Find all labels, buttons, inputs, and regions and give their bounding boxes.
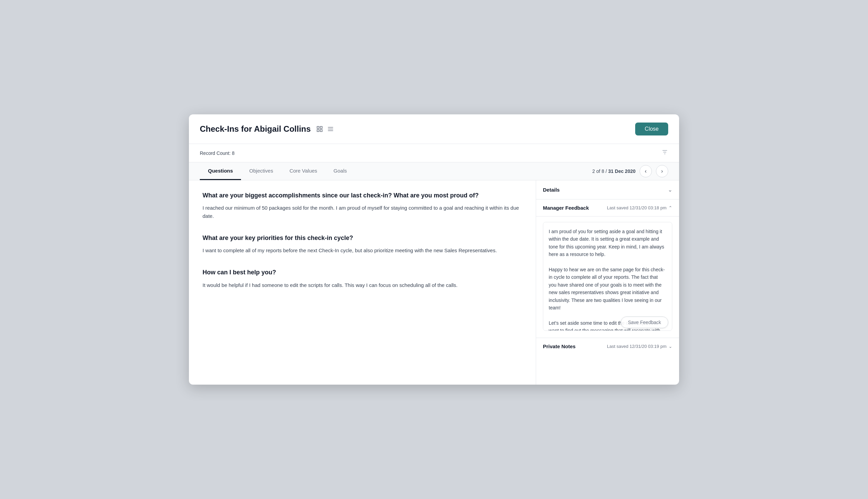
record-count-label: Record Count: 8 — [200, 150, 234, 156]
question-block-3: How can I best help you? It would be hel… — [203, 268, 522, 289]
svg-rect-0 — [317, 126, 319, 129]
details-chevron-icon: ⌄ — [668, 186, 672, 193]
list-view-icon[interactable] — [327, 125, 334, 132]
manager-feedback-last-saved: Last saved 12/31/20 03:18 pm ⌃ — [607, 205, 672, 210]
pagination-next-button[interactable]: › — [656, 165, 668, 177]
manager-feedback-textarea[interactable] — [543, 222, 672, 331]
feedback-textarea-wrapper: Save Feedback — [536, 217, 679, 338]
tabs-bar: Questions Objectives Core Values Goals 2… — [189, 162, 679, 180]
question-title-3: How can I best help you? — [203, 268, 522, 277]
question-title-2: What are your key priorities for this ch… — [203, 234, 522, 242]
svg-rect-1 — [320, 126, 322, 129]
header-icons — [316, 125, 334, 132]
left-panel: What are your biggest accomplishments si… — [189, 180, 536, 385]
tabs-list: Questions Objectives Core Values Goals — [200, 162, 355, 180]
header-left: Check-Ins for Abigail Collins — [200, 124, 334, 134]
record-bar: Record Count: 8 — [189, 144, 679, 162]
manager-feedback-chevron-icon: ⌃ — [669, 205, 672, 210]
question-title-1: What are your biggest accomplishments si… — [203, 191, 522, 200]
main-content: What are your biggest accomplishments si… — [189, 180, 679, 385]
grid-view-icon[interactable] — [316, 125, 323, 132]
manager-feedback-header[interactable]: Manager Feedback Last saved 12/31/20 03:… — [536, 199, 679, 217]
details-section: Details ⌄ — [536, 180, 679, 199]
modal-container: Check-Ins for Abigail Collins Cl — [189, 114, 679, 385]
close-button[interactable]: Close — [635, 123, 668, 135]
save-feedback-button[interactable]: Save Feedback — [621, 317, 668, 328]
tab-core-values[interactable]: Core Values — [281, 162, 325, 180]
pagination: 2 of 8 / 31 Dec 2020 ‹ › — [592, 165, 668, 177]
manager-feedback-title: Manager Feedback — [543, 205, 589, 211]
question-answer-2: I want to complete all of my reports bef… — [203, 246, 522, 255]
private-notes-last-saved: Last saved 12/31/20 03:19 pm ⌄ — [607, 344, 672, 349]
right-panel: Details ⌄ Manager Feedback Last saved 12… — [536, 180, 679, 385]
private-notes-chevron-icon: ⌄ — [669, 344, 672, 349]
question-block-2: What are your key priorities for this ch… — [203, 234, 522, 255]
filter-icon[interactable] — [661, 149, 668, 157]
question-answer-3: It would be helpful if I had someone to … — [203, 281, 522, 289]
modal-title: Check-Ins for Abigail Collins — [200, 124, 311, 134]
question-block-1: What are your biggest accomplishments si… — [203, 191, 522, 220]
details-title: Details — [543, 187, 560, 193]
details-header[interactable]: Details ⌄ — [536, 180, 679, 199]
private-notes-title: Private Notes — [543, 343, 576, 349]
tab-questions[interactable]: Questions — [200, 162, 241, 180]
question-answer-1: I reached our minimum of 50 packages sol… — [203, 204, 522, 220]
modal-header: Check-Ins for Abigail Collins Cl — [189, 114, 679, 144]
svg-rect-2 — [317, 130, 319, 132]
tab-objectives[interactable]: Objectives — [241, 162, 281, 180]
tab-goals[interactable]: Goals — [326, 162, 355, 180]
private-notes-header[interactable]: Private Notes Last saved 12/31/20 03:19 … — [536, 338, 679, 355]
svg-rect-3 — [320, 130, 322, 132]
pagination-prev-button[interactable]: ‹ — [639, 165, 652, 177]
pagination-label: 2 of 8 / 31 Dec 2020 — [592, 169, 636, 174]
